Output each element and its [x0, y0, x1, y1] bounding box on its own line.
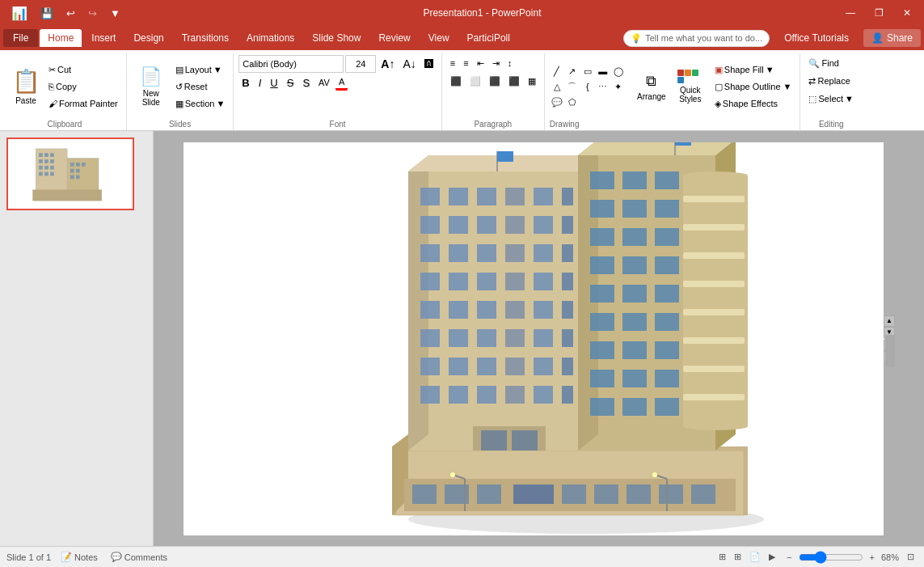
zoom-range-input[interactable] [799, 551, 863, 564]
increase-indent-button[interactable]: ⇥ [489, 55, 503, 71]
notes-icon: 📝 [61, 552, 72, 562]
cut-button[interactable]: ✂ Cut [45, 61, 121, 78]
shape-callout-btn[interactable]: 💬 [550, 95, 564, 109]
reading-view-button[interactable]: 📄 [746, 550, 764, 564]
outline-icon: ▢ [715, 82, 723, 92]
increase-font-button[interactable]: A↑ [378, 56, 398, 72]
align-center-button[interactable]: ⬜ [466, 73, 484, 89]
animations-menu[interactable]: Animations [238, 29, 302, 47]
scrollbar-thumb[interactable] [885, 335, 895, 367]
shape-outline-button[interactable]: ▢ Shape Outline ▼ [711, 78, 795, 95]
office-tutorials-button[interactable]: Office Tutorials [776, 29, 857, 47]
svg-rect-107 [655, 313, 679, 331]
shape-effects-button[interactable]: ◈ Shape Effects [711, 95, 795, 112]
copy-button[interactable]: ⎘ Copy [45, 78, 121, 95]
strikethrough-button[interactable]: S [284, 74, 297, 91]
comments-button[interactable]: 💬 Comments [108, 550, 171, 564]
notes-button[interactable]: 📝 Notes [57, 550, 101, 564]
clear-format-button[interactable]: 🅰 [421, 56, 437, 72]
shape-rect-btn[interactable]: ▭ [580, 64, 595, 78]
undo-button[interactable]: ↩ [61, 6, 80, 21]
customize-qat-button[interactable]: ▼ [105, 6, 125, 21]
file-menu[interactable]: File [3, 29, 38, 47]
paste-button[interactable]: 📋 Paste [8, 59, 44, 114]
decrease-font-button[interactable]: A↓ [399, 56, 419, 72]
font-color-button[interactable]: A [335, 74, 348, 91]
arrange-button[interactable]: ⧉ Arrange [634, 59, 669, 114]
fit-slide-button[interactable]: ⊡ [904, 550, 918, 564]
reset-button[interactable]: ↺ Reset [172, 78, 229, 95]
replace-button[interactable]: ⇄ Replace [805, 73, 853, 89]
shape-circle-btn[interactable]: ◯ [611, 64, 626, 78]
shape-arrow-btn[interactable]: ↗ [565, 64, 580, 78]
layout-button[interactable]: ▤ Layout ▼ [172, 61, 229, 78]
shape-fill-button[interactable]: ▣ Shape Fill ▼ [711, 61, 795, 78]
char-spacing-button[interactable]: AV [315, 74, 333, 91]
shape-curve-btn[interactable]: ⌒ [565, 79, 580, 94]
shape-star-btn[interactable]: ✦ [611, 79, 626, 94]
align-right-button[interactable]: ⬛ [486, 73, 504, 89]
tell-me-input[interactable]: 💡 Tell me what you want to do... [623, 30, 770, 47]
slideshow-view-button[interactable]: ▶ [766, 550, 778, 564]
slides-small-buttons: ▤ Layout ▼ ↺ Reset ▦ Section ▼ [172, 61, 229, 112]
restore-button[interactable]: ❐ [868, 6, 890, 20]
underline-button[interactable]: U [267, 74, 281, 91]
slide-thumbnail-1[interactable] [6, 138, 134, 210]
close-button[interactable]: ✕ [897, 6, 918, 20]
shape-pentagon-btn[interactable]: ⬠ [565, 95, 580, 109]
zoom-out-button[interactable]: − [783, 551, 795, 564]
font-name-input[interactable]: Calibri (Body) [238, 55, 344, 73]
svg-rect-8 [50, 159, 54, 163]
slides-group: 📄 New Slide ▤ Layout ▼ ↺ Reset ▦ Section… [127, 53, 234, 130]
share-button[interactable]: 👤 Share [863, 29, 921, 47]
paragraph-top-row: ≡ ≡ ⇤ ⇥ ↕ [447, 55, 515, 71]
slide-sorter-button[interactable]: ⊞ [731, 550, 745, 564]
participoll-menu[interactable]: ParticiPoll [459, 29, 518, 47]
section-button[interactable]: ▦ Section ▼ [172, 95, 229, 112]
shape-line-btn[interactable]: ╱ [550, 64, 564, 78]
design-menu[interactable]: Design [125, 29, 171, 47]
select-button[interactable]: ⬚ Select ▼ [805, 91, 856, 107]
zoom-in-button[interactable]: + [867, 551, 878, 564]
redo-button[interactable]: ↪ [83, 6, 102, 21]
svg-rect-111 [590, 370, 614, 387]
insert-menu[interactable]: Insert [83, 29, 124, 47]
svg-rect-65 [562, 273, 573, 290]
normal-view-button[interactable]: ⊞ [715, 550, 729, 564]
svg-rect-98 [655, 228, 679, 246]
slide-canvas[interactable] [184, 142, 884, 535]
format-painter-button[interactable]: 🖌 Format Painter [45, 95, 121, 112]
save-button[interactable]: 💾 [36, 6, 58, 21]
bold-button[interactable]: B [238, 74, 252, 91]
bullet-list-button[interactable]: ≡ [447, 55, 458, 71]
line-spacing-button[interactable]: ↕ [504, 55, 516, 71]
review-menu[interactable]: Review [370, 29, 418, 47]
numbered-list-button[interactable]: ≡ [460, 55, 471, 71]
font-size-input[interactable]: 24 [345, 55, 376, 73]
align-left-button[interactable]: ⬛ [447, 73, 465, 89]
shape-rect2-btn[interactable]: ▬ [596, 64, 610, 78]
svg-rect-75 [505, 329, 525, 347]
decrease-indent-button[interactable]: ⇤ [474, 55, 487, 71]
svg-rect-57 [505, 244, 525, 262]
svg-marker-31 [578, 142, 736, 155]
svg-point-139 [652, 472, 657, 477]
scroll-up-button[interactable]: ▲ [884, 315, 895, 327]
find-button[interactable]: 🔍 Find [805, 55, 842, 71]
shape-more-btn[interactable]: ⋯ [596, 79, 610, 94]
view-menu[interactable]: View [420, 29, 458, 47]
justify-button[interactable]: ⬛ [505, 73, 523, 89]
transitions-menu[interactable]: Transitions [174, 29, 237, 47]
slideshow-menu[interactable]: Slide Show [304, 29, 369, 47]
home-menu[interactable]: Home [40, 29, 82, 47]
minimize-button[interactable]: — [839, 6, 862, 20]
new-slide-button[interactable]: 📄 New Slide [132, 59, 171, 114]
columns-button[interactable]: ▦ [525, 73, 539, 89]
shadow-button[interactable]: S [299, 74, 313, 91]
shape-lbrace-btn[interactable]: { [580, 79, 595, 94]
italic-button[interactable]: I [255, 74, 265, 91]
shape-tri-btn[interactable]: △ [550, 79, 564, 94]
quick-styles-button[interactable]: Quick Styles [673, 59, 708, 114]
svg-rect-113 [655, 370, 679, 387]
svg-rect-129 [562, 484, 586, 504]
